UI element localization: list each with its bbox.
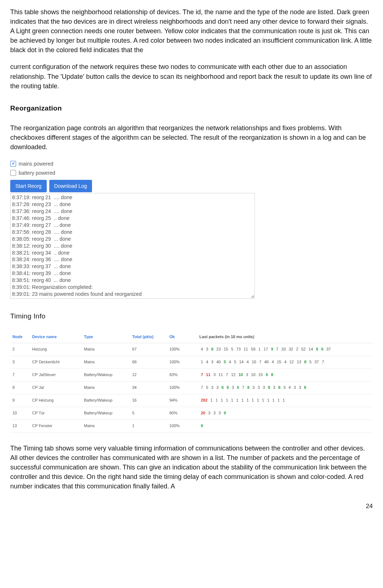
packet-value: 1 — [271, 398, 276, 403]
packet-value: 3 — [256, 385, 261, 391]
packet-value: 3 — [272, 385, 277, 391]
cell-packets: 8 — [197, 419, 373, 432]
packet-value: 40 — [215, 359, 222, 365]
packet-value: 3 — [244, 372, 249, 378]
packet-value: 20 — [199, 410, 207, 416]
log-line: 8:38:05: reorg 29 ... done — [12, 236, 252, 243]
cell-name: CP Jal — [30, 382, 82, 394]
cell-type: Mains — [82, 343, 130, 356]
th-type[interactable]: Type — [82, 331, 130, 343]
cell-total: 67 — [130, 343, 167, 356]
reorg-log[interactable]: 8:37:19: reorg 21 .... done8:37:28: reor… — [10, 193, 255, 298]
table-row: 8CP JalMains34100%753366367833383834338 — [10, 382, 373, 394]
cell-node: 9 — [10, 394, 30, 407]
cell-total: 16 — [130, 394, 167, 407]
packet-value: 5 — [230, 347, 235, 352]
th-name[interactable]: Device name — [30, 331, 82, 343]
packet-value: 7 — [225, 372, 230, 378]
cell-type: Battery/Wakeup — [82, 407, 130, 420]
cell-total: 1 — [130, 419, 167, 432]
packet-value: 8 — [246, 385, 251, 391]
packet-value: 14 — [238, 359, 245, 365]
cell-ok: 83% — [167, 369, 197, 382]
timing-table: Node Device name Type Total (pkts) Ok La… — [10, 331, 373, 433]
log-line: 8:38:21: reorg 34 .. done — [12, 249, 252, 256]
cell-type: Mains — [82, 382, 130, 394]
cell-name: CP Fenster — [30, 419, 82, 432]
packet-value: 7 — [321, 359, 326, 365]
cell-node: 3 — [10, 356, 30, 369]
cell-node: 10 — [10, 407, 30, 420]
cell-ok: 100% — [167, 419, 197, 432]
packet-value: 5 — [204, 385, 210, 391]
timing-paragraph: The Timing tab shows some very valuable … — [10, 444, 373, 491]
packet-value: 3 — [217, 410, 222, 416]
resize-handle-icon[interactable] — [251, 295, 254, 298]
checkbox-battery[interactable] — [10, 170, 16, 176]
checkbox-battery-row[interactable]: battery powered — [10, 169, 255, 178]
start-reorg-button[interactable]: Start Reorg — [10, 180, 47, 192]
packet-value: 7 — [275, 347, 280, 352]
packet-value: 1 — [255, 398, 260, 403]
cell-ok: 100% — [167, 343, 197, 356]
packet-value: 4 — [287, 385, 292, 391]
log-line: 8:37:46: reorg 25 .. done — [12, 215, 252, 222]
packet-value: 1 — [230, 398, 235, 403]
th-node[interactable]: Node — [10, 331, 30, 343]
packet-value: 4 — [245, 359, 250, 365]
packet-value: 1 — [199, 359, 204, 365]
packet-value: 3 — [292, 385, 297, 391]
packet-value: 1 — [245, 398, 250, 403]
cell-ok: 100% — [167, 382, 197, 394]
log-line: 8:37:36: reorg 24 .... done — [12, 208, 252, 215]
checkbox-mains[interactable]: ✔ — [10, 161, 16, 167]
packet-value: 10 — [237, 372, 244, 378]
packet-value: 1 — [261, 398, 266, 403]
page-number: 24 — [10, 502, 373, 511]
packet-value: 4 — [270, 359, 275, 365]
cell-packets: 203339 — [197, 407, 373, 420]
packet-value: 7 — [258, 359, 263, 365]
packet-value: 3 — [210, 359, 215, 365]
cell-ok: 94% — [167, 394, 197, 407]
packet-value: 10 — [250, 372, 257, 378]
cell-node: 8 — [10, 382, 30, 394]
packet-value: 6 — [264, 372, 269, 378]
packet-value: 1 — [209, 398, 214, 403]
th-ok[interactable]: Ok — [167, 331, 197, 343]
packet-value: 1 — [240, 398, 245, 403]
packet-value: 4 — [227, 359, 233, 365]
packet-value: 1 — [266, 398, 271, 403]
cell-total: 5 — [130, 407, 167, 420]
log-line: 8:37:56: reorg 28 .... done — [12, 229, 252, 236]
log-line: 8:38:12: reorg 30 .... done — [12, 243, 252, 249]
download-log-button[interactable]: Download Log — [49, 180, 92, 192]
packet-value: 5 — [308, 359, 313, 365]
packet-value: 8 — [269, 372, 275, 378]
cell-node: 13 — [10, 419, 30, 432]
log-line: 8:37:49: reorg 27 ... done — [12, 222, 252, 229]
cell-node: 2 — [10, 343, 30, 356]
packet-value: 8 — [210, 347, 215, 352]
packet-value: 9 — [222, 410, 227, 416]
packet-value: 3 — [207, 410, 212, 416]
packet-value: 12 — [230, 372, 237, 378]
th-total[interactable]: Total (pkts) — [130, 331, 167, 343]
packet-value: 3 — [212, 410, 217, 416]
table-row: 7CP JalSteuerBattery/Wakeup1283%71131171… — [10, 369, 373, 382]
packet-value: 8 — [303, 385, 308, 391]
cell-packets: 14340545144107484154121385377 — [197, 356, 373, 369]
packet-value: 3 — [297, 385, 302, 391]
reorg-screenshot: ✔ mains powered battery powered Start Re… — [10, 159, 255, 299]
cell-node: 7 — [10, 369, 30, 382]
packet-value: 1 — [225, 398, 230, 403]
packet-value: 1 — [276, 398, 281, 403]
checkbox-mains-row[interactable]: ✔ mains powered — [10, 159, 255, 169]
cell-name: CP JalSteuer — [30, 369, 82, 382]
packet-value: 3 — [215, 385, 220, 391]
packet-value: 4 — [199, 347, 204, 352]
packet-value: 32 — [287, 347, 295, 352]
log-line: 8:39:01: Reorganization completed: — [12, 284, 252, 291]
packet-value: 6 — [320, 347, 325, 352]
checkbox-battery-label: battery powered — [19, 169, 55, 177]
